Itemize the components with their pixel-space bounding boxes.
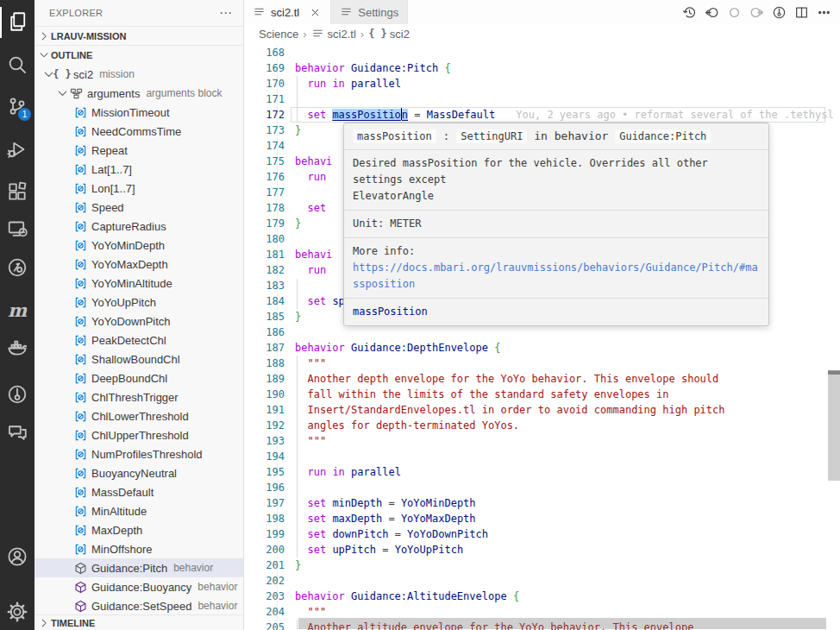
activity-item-extensions[interactable] xyxy=(0,177,34,208)
nav-forward-icon[interactable] xyxy=(745,1,768,23)
tab-sci2-tl[interactable]: sci2.tl xyxy=(244,0,331,24)
line-number: 188 xyxy=(244,356,285,371)
outline-item-yoyomindepth[interactable]: YoYoMinDepth xyxy=(34,236,243,255)
outline-item-sci2[interactable]: { }sci2mission xyxy=(34,65,243,84)
activity-item-source-control[interactable]: 1 xyxy=(0,91,34,123)
code-text[interactable]: Insert/StandardEnvelopes.tl in order to … xyxy=(295,402,725,418)
activity-item-remote-explorer[interactable] xyxy=(0,214,34,245)
code-text[interactable]: set xyxy=(295,200,326,216)
code-text[interactable]: } xyxy=(295,123,301,138)
outline-item-yoyodownpitch[interactable]: YoYoDownPitch xyxy=(34,312,243,331)
code-text[interactable]: """ xyxy=(295,356,326,371)
code-text[interactable]: set minDepth = YoYoMinDepth xyxy=(295,495,476,511)
activity-item-search[interactable] xyxy=(0,50,34,81)
outline-item-guidance-setspeed[interactable]: Guidance:SetSpeedbehavior xyxy=(34,596,243,614)
code-text[interactable]: behavi xyxy=(295,247,332,262)
outline-item-yoyominaltitude[interactable]: YoYoMinAltitude xyxy=(34,274,243,293)
code-text[interactable]: """ xyxy=(295,433,326,449)
breadcrumb-item-sci2[interactable]: { }sci2 xyxy=(368,28,410,41)
vertical-scrollbar-thumb[interactable] xyxy=(828,371,840,481)
breadcrumb-item-sci2-tl[interactable]: sci2.tl xyxy=(311,27,356,41)
more-actions-icon[interactable]: ⋯ xyxy=(219,5,233,21)
outline-item-yoyomaxdepth[interactable]: YoYoMaxDepth xyxy=(34,255,243,274)
commit-graph-icon[interactable] xyxy=(768,1,790,23)
horizontal-scrollbar-thumb[interactable] xyxy=(298,618,826,629)
files-icon xyxy=(7,11,28,35)
activity-item-explorer[interactable] xyxy=(0,7,34,38)
activity-item-gitlens[interactable] xyxy=(0,380,34,411)
code-text[interactable]: } xyxy=(295,558,301,573)
code-text[interactable]: run xyxy=(295,169,326,185)
breadcrumb: Science›sci2.tl›{ }sci2 xyxy=(244,24,840,43)
outline-item-lat-1-7-[interactable]: Lat[1..7] xyxy=(34,160,243,179)
close-icon[interactable] xyxy=(308,5,322,19)
code-text[interactable]: behavior Guidance:DepthEnvelope { xyxy=(295,340,500,356)
line-number: 184 xyxy=(244,293,285,309)
outline-item-chllowerthreshold[interactable]: ChlLowerThreshold xyxy=(34,406,243,425)
section-outline[interactable]: OUTLINE xyxy=(34,45,243,64)
outline-item-deepboundchl[interactable]: DeepBoundChl xyxy=(34,369,243,387)
activity-item-run-debug[interactable] xyxy=(0,135,34,166)
chevron-down-icon[interactable] xyxy=(55,86,69,100)
outline-item-minoffshore[interactable]: MinOffshore xyxy=(34,539,243,558)
outline-item-massdefault[interactable]: MassDefault xyxy=(34,482,243,501)
outline-item-shallowboundchl[interactable]: ShallowBoundChl xyxy=(34,350,243,369)
code-line-192: 192 angles for depth-terminated YoYos. xyxy=(244,418,840,433)
code-text[interactable]: set upPitch = YoYoUpPitch xyxy=(295,542,463,558)
outline-item-repeat[interactable]: Repeat xyxy=(34,141,243,160)
outline-item-captureradius[interactable]: CaptureRadius xyxy=(34,217,243,236)
code-text[interactable]: run xyxy=(295,262,326,278)
outline-item-peakdetectchl[interactable]: PeakDetectChl xyxy=(34,331,243,350)
code-text[interactable]: set downPitch = YoYoDownPitch xyxy=(295,526,488,542)
code-text[interactable]: behavior Guidance:Pitch { xyxy=(295,60,451,76)
outline-item-chlthreshtrigger[interactable]: ChlThreshTrigger xyxy=(34,387,243,406)
outline-item-maxdepth[interactable]: MaxDepth xyxy=(34,520,243,539)
outline-item-speed[interactable]: Speed xyxy=(34,198,243,217)
history-icon[interactable] xyxy=(678,1,700,23)
code-text[interactable]: run in parallel xyxy=(295,464,401,480)
nav-circle-icon[interactable] xyxy=(723,1,745,23)
code-text[interactable]: angles for depth-terminated YoYos. xyxy=(295,418,519,433)
line-number: 169 xyxy=(244,60,285,76)
code-text[interactable]: run in parallel xyxy=(295,76,401,91)
activity-item-docker[interactable] xyxy=(0,332,34,363)
outline-item-minaltitude[interactable]: MinAltitude xyxy=(34,501,243,520)
outline-item-missiontimeout[interactable]: MissionTimeout xyxy=(34,103,243,122)
line-number: 199 xyxy=(244,526,285,542)
tab-settings[interactable]: Settings xyxy=(331,0,408,24)
line-number: 204 xyxy=(244,604,285,620)
outline-item-yoyouppitch[interactable]: YoYoUpPitch xyxy=(34,293,243,312)
activity-item-comments[interactable] xyxy=(0,418,34,449)
outline-item-buoyancyneutral[interactable]: BuoyancyNeutral xyxy=(34,463,243,482)
code-text[interactable]: } xyxy=(295,216,301,231)
code-text[interactable]: fall within the limits of the standard s… xyxy=(295,387,668,402)
code-text[interactable]: set maxDepth = YoYoMaxDepth xyxy=(295,511,476,526)
docs-link[interactable]: https://docs.mbari.org/lrauvmissions/beh… xyxy=(353,261,758,290)
code-text[interactable]: behavior Guidance:AltitudeEnvelope { xyxy=(295,589,519,604)
split-editor-icon[interactable] xyxy=(790,1,812,23)
outline-item-needcommstime[interactable]: NeedCommsTime xyxy=(34,122,243,141)
code-text[interactable]: } xyxy=(295,309,301,324)
code-text[interactable]: Another depth envelope for the YoYo beha… xyxy=(295,371,718,387)
outline-item-chlupperthreshold[interactable]: ChlUpperThreshold xyxy=(34,425,243,444)
outline-item-label: MassDefault xyxy=(91,486,154,499)
code-text[interactable]: behavi xyxy=(295,154,332,169)
outline-item-guidance-pitch[interactable]: Guidance:Pitchbehavior xyxy=(34,558,243,577)
field-icon xyxy=(73,352,87,366)
section-lrauv-mission[interactable]: LRAUV-MISSION xyxy=(34,26,243,45)
activity-item-accounts[interactable] xyxy=(0,542,34,573)
code-text[interactable]: set massPosition = MassDefaultYou, 2 yea… xyxy=(295,107,840,123)
code-line-188: 188 """ xyxy=(244,356,840,371)
nav-back-icon[interactable] xyxy=(700,1,723,23)
outline-item-lon-1-7-[interactable]: Lon[1..7] xyxy=(34,179,243,198)
more-actions-icon[interactable] xyxy=(812,1,835,23)
section-timeline[interactable]: TIMELINE xyxy=(34,614,243,630)
code-editor[interactable]: 168169behavior Guidance:Pitch {170 run i… xyxy=(244,43,840,630)
activity-item-gitlens-inspect[interactable] xyxy=(0,253,34,284)
outline-item-arguments[interactable]: argumentsarguments block xyxy=(34,84,243,103)
activity-item-mbari[interactable]: m xyxy=(0,294,34,325)
outline-item-guidance-buoyancy[interactable]: Guidance:Buoyancybehavior xyxy=(34,577,243,596)
activity-item-manage[interactable] xyxy=(0,597,34,628)
outline-item-numprofilesthreshold[interactable]: NumProfilesThreshold xyxy=(34,444,243,463)
breadcrumb-item-science[interactable]: Science xyxy=(259,28,298,41)
